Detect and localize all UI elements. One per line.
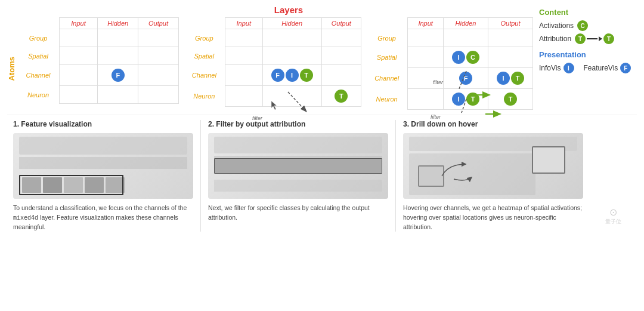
hover-arrows [436, 152, 490, 188]
node-t-grid2-hidden: T [300, 69, 313, 82]
g3-channel-output: I T [488, 68, 533, 89]
g3-neuron-output: T [488, 89, 533, 110]
row-label-channel: Channel [17, 65, 59, 86]
legend-panel: Content Activations C Attribution T T Pr… [533, 5, 637, 73]
g3-group-hidden [444, 29, 488, 47]
g3-spatial-hidden: I C [444, 47, 488, 68]
g2-group-input [225, 29, 262, 47]
node-i-grid3-co: I [497, 72, 510, 85]
mixed4d-code: mixed4d [13, 214, 38, 221]
feature1-desc: To understand a classification, we focus… [13, 204, 193, 232]
grid1-col-input: Input [59, 18, 98, 29]
presentation-title: Presentation [539, 50, 637, 59]
g1-channel-hidden: F [98, 65, 138, 86]
g1-group-output [138, 29, 178, 47]
grid3-col-output: Output [488, 18, 533, 29]
g1-group-input [59, 29, 98, 47]
g1-group-hidden [98, 29, 138, 47]
g3-spatial-input [408, 47, 444, 68]
g2-channel-hidden: F I T [262, 65, 321, 86]
g1-channel-input [59, 65, 98, 86]
g3-group-input [408, 29, 444, 47]
g1-spatial-output [138, 47, 178, 65]
content-title: Content [539, 8, 637, 17]
g3-channel-hidden: F [444, 68, 488, 89]
node-t-grid2-output: T [335, 90, 348, 103]
row-label-channel3: Channel [366, 68, 408, 89]
g2-neuron-input [225, 86, 262, 107]
row-label-channel2: Channel [184, 65, 225, 86]
atoms-label: Atoms [7, 57, 16, 81]
attribution-arrow: T T [575, 33, 614, 44]
feature3-image [403, 133, 583, 199]
g1-neuron-output [138, 86, 178, 104]
featurevis-label: FeatureVis [584, 64, 618, 72]
infovis-badge: I [564, 63, 574, 73]
attribution-t-start: T [575, 33, 586, 44]
grid1-col-hidden: Hidden [98, 18, 138, 29]
activations-label: Activations [539, 21, 574, 30]
feature2-image [208, 133, 388, 199]
g1-channel-output [138, 65, 178, 86]
feature2-title: 2. Filter by output attribution [208, 120, 388, 128]
grid1-col-output: Output [138, 18, 178, 29]
node-i-grid3-s: I [452, 51, 465, 64]
feature-col-1: 1. Feature visualization [7, 120, 199, 232]
g2-channel-input [225, 65, 262, 86]
g2-spatial-hidden [262, 47, 321, 65]
row-label-spatial: Spatial [17, 47, 59, 65]
row-label-group2: Group [184, 29, 225, 47]
g2-neuron-output: T [321, 86, 361, 107]
node-f-grid1: F [112, 69, 125, 82]
row-label-spatial3: Spatial [366, 47, 408, 68]
g1-neuron-input [59, 86, 98, 104]
attribution-t-end: T [603, 33, 614, 44]
grid2-col-output: Output [321, 18, 361, 29]
g1-neuron-hidden [98, 86, 138, 104]
g3-neuron-hidden: I T [444, 89, 488, 110]
g3-spatial-output [488, 47, 533, 68]
layers-title: Layers [44, 5, 533, 15]
featurevis-badge: F [620, 63, 631, 73]
attribution-label: Attribution [539, 35, 571, 43]
node-t-grid3-co: T [511, 72, 524, 85]
feature1-image [13, 133, 193, 199]
node-f-grid3: F [459, 72, 472, 85]
row-label-spatial2: Spatial [184, 47, 225, 65]
watermark: ⊙ 量子位 [589, 120, 637, 232]
node-t-grid3-n: T [466, 93, 479, 106]
g2-group-hidden [262, 29, 321, 47]
feature3-title: 3. Drill down on hover [403, 120, 583, 128]
node-t-grid3-no: T [504, 93, 517, 106]
row-label-neuron2: Neuron [184, 86, 225, 107]
grid3-col-input: Input [408, 18, 444, 29]
grid2-col-input: Input [225, 18, 262, 29]
row-label-group3: Group [366, 29, 408, 47]
feature1-title: 1. Feature visualization [13, 120, 193, 128]
g3-group-output [488, 29, 533, 47]
row-label-neuron: Neuron [17, 86, 59, 104]
g1-spatial-input [59, 47, 98, 65]
feature2-desc: Next, we filter for specific classes by … [208, 204, 388, 223]
g2-channel-output [321, 65, 361, 86]
g1-spatial-hidden [98, 47, 138, 65]
row-label-group: Group [17, 29, 59, 47]
g2-neuron-hidden [262, 86, 321, 107]
feature-col-3: 3. Drill down on hover [397, 120, 589, 232]
feature3-desc: Hovering over channels, we get a heatmap… [403, 204, 583, 232]
g3-neuron-input [408, 89, 444, 110]
node-i-grid3-n: I [452, 93, 465, 106]
infovis-label: InfoVis [539, 64, 561, 72]
grid2-col-hidden: Hidden [262, 18, 321, 29]
g2-spatial-input [225, 47, 262, 65]
node-i-grid2: I [286, 69, 299, 82]
node-f-grid2: F [271, 69, 284, 82]
feature-col-2: 2. Filter by output attribution Next, we… [202, 120, 394, 232]
g2-spatial-output [321, 47, 361, 65]
g3-channel-input [408, 68, 444, 89]
grid3-col-hidden: Hidden [444, 18, 488, 29]
node-c-grid3-s: C [466, 51, 479, 64]
row-label-neuron3: Neuron [366, 89, 408, 110]
activations-badge: C [577, 20, 588, 31]
g2-group-output [321, 29, 361, 47]
